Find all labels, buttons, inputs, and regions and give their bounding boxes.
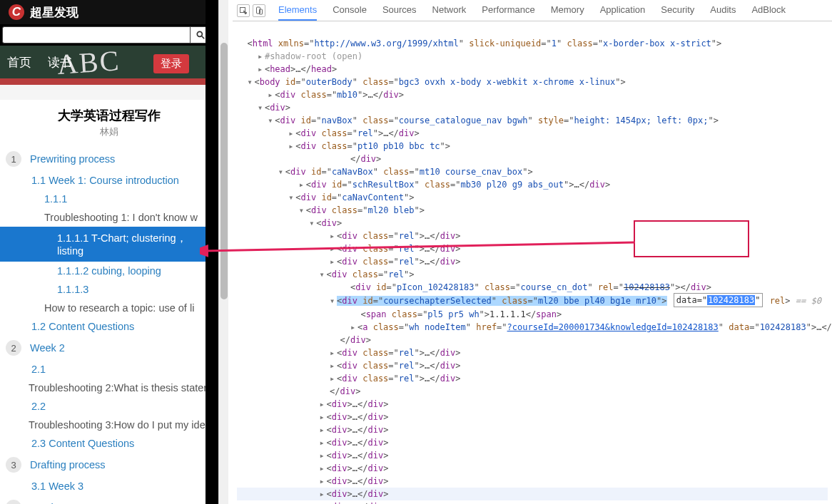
dom-line[interactable]: ▾<div id="navBox" class="course_catalogu…: [237, 114, 828, 127]
chapter-item[interactable]: 2.3 Content Questions: [0, 434, 218, 453]
dom-line[interactable]: <html xmlns="http://www.w3.org/1999/xhtm…: [237, 37, 828, 50]
dom-line[interactable]: </div>: [237, 153, 828, 165]
brand-text: 超星发现: [30, 4, 78, 21]
chapter-item[interactable]: 1.1.1.3: [0, 280, 218, 299]
section-number: 2: [6, 340, 21, 356]
dom-line[interactable]: </div>: [237, 334, 828, 346]
annotation-box: [634, 220, 749, 257]
chapter-item[interactable]: Troubleshooting 1: I don't know w: [0, 208, 218, 227]
login-button[interactable]: 登录: [153, 54, 189, 73]
dom-line[interactable]: ▸<div>…</div>: [237, 500, 828, 504]
chapter-item[interactable]: 2.2: [0, 397, 218, 416]
dom-line[interactable]: ▸#shadow-root (open): [237, 50, 828, 63]
dom-line[interactable]: ▸<div>…</div>: [237, 436, 828, 449]
section-heading[interactable]: 1Prewriting process: [0, 147, 218, 171]
devtools-tabs: ElementsConsoleSourcesNetworkPerformance…: [278, 0, 786, 21]
dom-line[interactable]: ▸<div class="mb10">…</div>: [237, 88, 828, 101]
dom-line[interactable]: ▸<div>…</div>: [237, 488, 828, 500]
course-sidebar: C 超星发现 ABC 首页 读书 登录 大学英语过程写作 林娟 1Prewrit…: [0, 0, 218, 504]
dom-line[interactable]: ▸<head>…</head>: [237, 63, 828, 76]
dom-line[interactable]: ▸<div>…</div>: [237, 398, 828, 411]
devtools-tab-network[interactable]: Network: [432, 0, 467, 21]
chapter-item-selected[interactable]: 1.1.1.1 T-Chart; clustering，listing: [0, 227, 218, 262]
devtools-toolbar: ElementsConsoleSourcesNetworkPerformance…: [233, 0, 832, 21]
divider-strip: [206, 0, 218, 504]
search-input[interactable]: [2, 26, 191, 43]
dom-line[interactable]: ▾<body id="outerBody" class="bgc3 ovxh x…: [237, 76, 828, 88]
dom-line[interactable]: ▾<div class="ml20 bleb">: [237, 204, 828, 217]
devtools-tab-application[interactable]: Application: [600, 0, 646, 21]
chapter-item[interactable]: 1.1.1: [0, 190, 218, 208]
dom-line[interactable]: ▸<div class="pt10 pb10 bbc tc">: [237, 140, 828, 153]
devtools-tab-adblock[interactable]: AdBlock: [751, 0, 786, 21]
dom-line[interactable]: <div id="pIcon_102428183" class="course_…: [237, 281, 828, 294]
chapter-item[interactable]: Troubleshooting 2:What is thesis stater: [0, 379, 218, 397]
dom-line[interactable]: ▾<div id="caNavContent">: [237, 191, 828, 204]
dom-line[interactable]: ▸<div class="rel">…</div>: [237, 127, 828, 140]
devtools-tab-elements[interactable]: Elements: [278, 0, 317, 21]
chapter-item[interactable]: 2.1: [0, 360, 218, 379]
search-bar: [0, 24, 218, 46]
section-heading[interactable]: 4Week 4: [0, 495, 218, 504]
section-title: Week 2: [30, 342, 65, 354]
dom-line[interactable]: ▸<div id="schResultBox" class="mb30 pl20…: [237, 178, 828, 191]
dom-line[interactable]: <span class="pl5 pr5 wh">1.1.1.1</span>: [237, 308, 828, 321]
devtools-tab-sources[interactable]: Sources: [382, 0, 417, 21]
section-heading[interactable]: 2Week 2: [0, 336, 218, 360]
dom-line[interactable]: ▸<div class="rel">…</div>: [237, 346, 828, 359]
device-icon[interactable]: [253, 4, 265, 17]
dom-line[interactable]: ▾<div id="caNavBox" class="mt10 course_c…: [237, 165, 828, 178]
dom-line[interactable]: ▸<div>…</div>: [237, 423, 828, 436]
dom-line[interactable]: ▸<a class="wh nodeItem" href="?courseId=…: [237, 321, 828, 334]
dom-line[interactable]: ▸<div>…</div>: [237, 462, 828, 475]
dom-line[interactable]: ▸<div>…</div>: [237, 475, 828, 488]
devtools-tab-performance[interactable]: Performance: [482, 0, 534, 21]
chapter-item[interactable]: How to research a topic: use of li: [0, 299, 218, 317]
chapter-item[interactable]: 1.2 Content Questions: [0, 317, 218, 336]
svg-line-1: [201, 36, 204, 39]
devtools-tab-security[interactable]: Security: [661, 0, 694, 21]
chapter-item[interactable]: 1.1 Week 1: Course introduction: [0, 171, 218, 190]
dom-line[interactable]: ▸<div class="rel">…</div>: [237, 372, 828, 385]
search-icon: [196, 30, 206, 40]
dom-line[interactable]: ▾<div id="coursechapterSelected" class="…: [237, 294, 828, 308]
chapter-item[interactable]: 3.1 Week 3: [0, 477, 218, 495]
dom-line[interactable]: [237, 24, 828, 37]
dom-line[interactable]: ▸<div>…</div>: [237, 449, 828, 462]
dom-line[interactable]: ▾<div>: [237, 101, 828, 114]
section-title: Drafting process: [30, 459, 106, 470]
chapter-tree: 1Prewriting process1.1 Week 1: Course in…: [0, 140, 218, 504]
devtools-tab-memory[interactable]: Memory: [551, 0, 584, 21]
dom-line[interactable]: </div>: [237, 385, 828, 398]
scrollbar-thumb[interactable]: [220, 43, 228, 299]
inspect-icon[interactable]: [237, 4, 250, 17]
elements-tree[interactable]: <html xmlns="http://www.w3.org/1999/xhtm…: [233, 21, 832, 504]
nav-read[interactable]: 读书: [48, 56, 72, 69]
chapter-item[interactable]: 1.1.1.2 cubing, looping: [0, 262, 218, 280]
section-number: 1: [6, 151, 21, 167]
sidebar-scrollbar[interactable]: [218, 0, 228, 504]
course-title-block: 大学英语过程写作 林娟: [0, 100, 218, 140]
nav-home[interactable]: 首页: [7, 56, 31, 69]
top-nav-links: 首页 读书: [7, 54, 85, 71]
section-title: Prewriting process: [30, 153, 115, 165]
brand-header: C 超星发现: [0, 0, 218, 24]
course-banner: ABC 首页 读书 登录: [0, 46, 218, 100]
dom-line[interactable]: ▸<div class="rel">…</div>: [237, 359, 828, 372]
devtools-tab-audits[interactable]: Audits: [710, 0, 736, 21]
brand-logo-icon: C: [9, 4, 24, 20]
section-number: 4: [6, 500, 21, 504]
svg-point-0: [197, 31, 202, 36]
section-heading[interactable]: 3Drafting process: [0, 453, 218, 477]
devtools-tab-console[interactable]: Console: [333, 0, 367, 21]
course-author: 林娟: [0, 125, 218, 138]
course-title: 大学英语过程写作: [0, 107, 218, 124]
section-number: 3: [6, 457, 21, 473]
chapter-item[interactable]: Troubleshooting 3:How do I put my ide: [0, 416, 218, 434]
dom-line[interactable]: ▾<div class="rel">: [237, 268, 828, 281]
dom-line[interactable]: ▸<div>…</div>: [237, 411, 828, 423]
